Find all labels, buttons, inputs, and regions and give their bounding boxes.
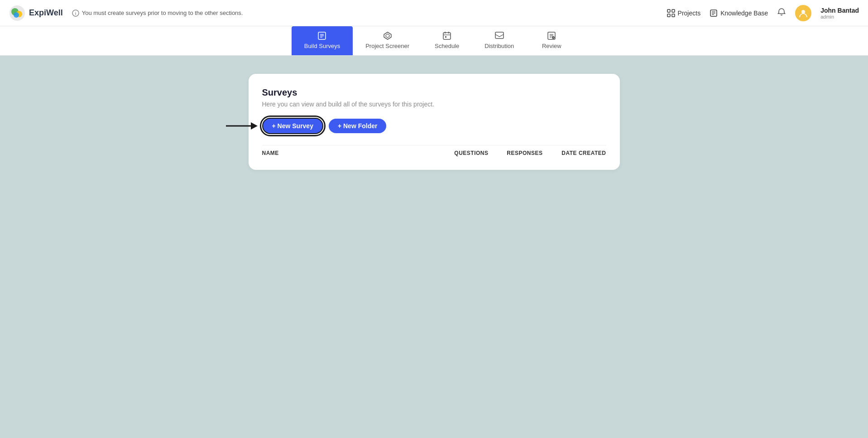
col-header-responses: RESPONSES	[489, 150, 543, 156]
svg-rect-7	[672, 10, 675, 12]
svg-rect-6	[667, 10, 670, 12]
action-buttons-row: + New Survey + New Folder	[262, 118, 606, 134]
col-header-name: NAME	[262, 150, 434, 156]
logo-area: ExpiWell	[9, 5, 63, 21]
svg-text:i: i	[75, 11, 76, 16]
header-right: Projects Knowledge Base John Banta	[667, 5, 859, 21]
projects-link[interactable]: Projects	[667, 9, 701, 17]
expiwell-logo-icon	[9, 5, 25, 21]
surveys-card: Surveys Here you can view and build all …	[249, 74, 620, 170]
new-survey-button[interactable]: + New Survey	[262, 118, 323, 134]
tab-build-surveys[interactable]: Build Surveys	[292, 26, 353, 55]
app-header: ExpiWell i You must create surveys prior…	[0, 0, 868, 26]
nav-bar: Build Surveys Project Screener Schedule	[0, 26, 868, 56]
tab-project-screener[interactable]: Project Screener	[353, 26, 422, 55]
surveys-subtitle: Here you can view and build all of the s…	[262, 101, 606, 108]
user-name: John Bantad	[820, 7, 859, 14]
arrow-annotation	[226, 120, 258, 132]
tab-distribution-label: Distribution	[484, 43, 514, 49]
info-icon: i	[72, 10, 79, 17]
nav-tabs: Build Surveys Project Screener Schedule	[292, 26, 577, 55]
notifications-bell[interactable]	[777, 8, 786, 19]
schedule-icon	[442, 31, 452, 41]
projects-label: Projects	[678, 10, 701, 17]
svg-rect-9	[672, 14, 675, 17]
col-header-questions: QUESTIONS	[434, 150, 489, 156]
info-message-area: i You must create surveys prior to movin…	[72, 10, 667, 17]
build-surveys-icon	[317, 31, 327, 41]
grid-icon	[667, 9, 675, 17]
surveys-title: Surveys	[262, 87, 606, 98]
col-header-date-created: DATE CREATED	[543, 150, 606, 156]
svg-rect-21	[443, 33, 451, 39]
distribution-icon	[494, 31, 504, 41]
tab-schedule[interactable]: Schedule	[422, 26, 472, 55]
project-screener-icon	[383, 31, 393, 41]
svg-rect-8	[667, 14, 670, 17]
bell-icon	[777, 8, 786, 17]
review-icon	[547, 31, 556, 41]
svg-point-14	[801, 10, 805, 14]
new-folder-button[interactable]: + New Folder	[329, 119, 387, 133]
main-content: Surveys Here you can view and build all …	[0, 56, 868, 438]
svg-marker-33	[251, 122, 258, 130]
info-message-text: You must create surveys prior to moving …	[82, 10, 243, 16]
arrow-pointing-right	[226, 120, 258, 132]
knowledge-base-link[interactable]: Knowledge Base	[710, 9, 768, 17]
book-icon	[710, 9, 718, 17]
svg-marker-19	[384, 32, 391, 39]
tab-build-surveys-label: Build Surveys	[304, 43, 340, 49]
knowledge-base-label: Knowledge Base	[720, 10, 768, 17]
tab-schedule-label: Schedule	[435, 43, 459, 49]
user-avatar[interactable]	[795, 5, 811, 21]
svg-marker-20	[386, 34, 389, 38]
user-avatar-icon	[798, 8, 808, 18]
tab-review[interactable]: Review	[527, 26, 576, 55]
svg-rect-25	[445, 36, 446, 38]
app-name: ExpiWell	[29, 8, 63, 18]
svg-point-3	[14, 12, 19, 18]
user-role: admin	[820, 14, 859, 19]
user-info: John Bantad admin	[820, 7, 859, 19]
surveys-table-header: NAME QUESTIONS RESPONSES DATE CREATED	[262, 145, 606, 161]
tab-project-screener-label: Project Screener	[365, 43, 409, 49]
tab-distribution[interactable]: Distribution	[472, 26, 527, 55]
tab-review-label: Review	[542, 43, 561, 49]
